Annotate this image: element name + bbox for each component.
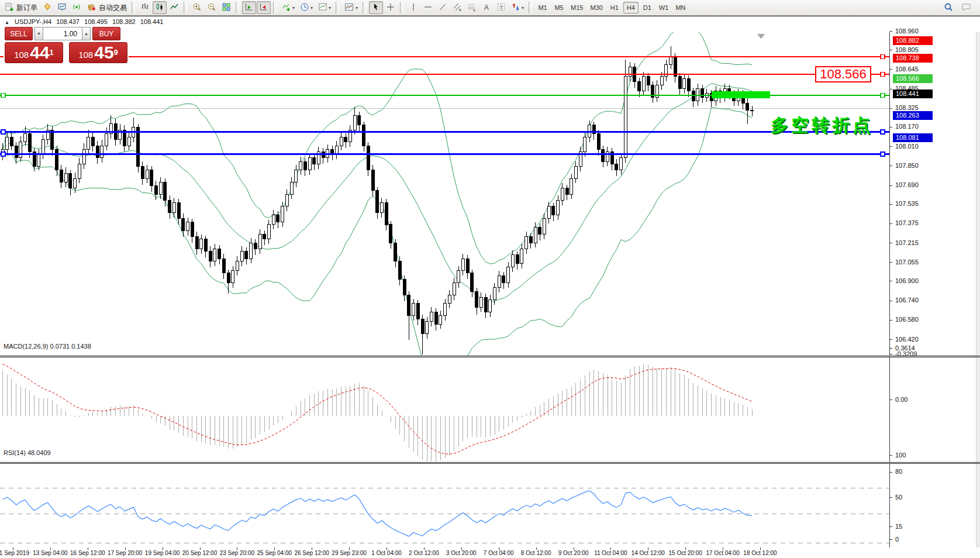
chart-shift-icon bbox=[259, 2, 268, 13]
chart-window[interactable] bbox=[0, 16, 980, 558]
scrollbar-strip[interactable] bbox=[976, 32, 980, 558]
sell-button[interactable]: SELL bbox=[5, 27, 33, 40]
vertical-line-icon bbox=[409, 2, 418, 13]
timeframe-button-MN[interactable]: MN bbox=[672, 2, 688, 13]
arrows-tool-button[interactable]: ▾ bbox=[509, 1, 526, 14]
volume-input[interactable] bbox=[43, 27, 82, 40]
price-badge-108.882: 108.882 bbox=[893, 36, 933, 45]
fibonacci-tool-button[interactable]: F bbox=[465, 1, 479, 14]
price-tick-label: 108.805 bbox=[895, 46, 919, 53]
autoscroll-button[interactable] bbox=[242, 1, 256, 14]
autotrading-label: 自动交易 bbox=[99, 3, 127, 13]
price-callout-box[interactable]: 108.566 bbox=[815, 66, 871, 82]
panel-separator[interactable] bbox=[0, 462, 980, 464]
timeframe-button-M5[interactable]: M5 bbox=[551, 2, 567, 13]
channel-icon: E bbox=[453, 2, 462, 13]
time-axis-label: 8 Oct 12:00 bbox=[521, 550, 551, 556]
time-axis-label: 11 Oct 04:00 bbox=[594, 550, 627, 556]
rsi-tick-label: 0 bbox=[895, 536, 899, 543]
main-price-chart[interactable] bbox=[0, 32, 889, 356]
timeframe-button-D1[interactable]: D1 bbox=[640, 2, 655, 13]
indicator-palette-button[interactable]: ▾ bbox=[342, 1, 360, 14]
volume-increase-button[interactable]: ▲ bbox=[82, 27, 91, 40]
axis-tick-mark bbox=[889, 166, 892, 166]
zoom-in-icon bbox=[192, 2, 202, 13]
time-axis[interactable]: 11 Sep 201913 Sep 04:0016 Sep 12:0017 Se… bbox=[0, 547, 980, 558]
time-axis-label: 18 Oct 12:00 bbox=[743, 550, 777, 556]
axis-tick-mark bbox=[889, 472, 892, 473]
time-axis-label: 19 Sep 04:00 bbox=[145, 550, 180, 556]
price-tick-label: 106.740 bbox=[895, 297, 919, 304]
volume-decrease-button[interactable]: ▼ bbox=[34, 27, 43, 40]
price-tick-label: 108.645 bbox=[895, 66, 919, 73]
price-tick-label: 107.535 bbox=[895, 200, 919, 207]
crosshair-icon bbox=[386, 2, 395, 13]
axis-tick-mark bbox=[889, 185, 892, 186]
horizontal-line-tool-button[interactable] bbox=[421, 1, 435, 14]
time-tick-mark bbox=[499, 547, 499, 550]
timeframe-button-M1[interactable]: M1 bbox=[535, 2, 550, 13]
candle-chart-mode-button[interactable] bbox=[153, 1, 167, 14]
buy-button[interactable]: BUY bbox=[92, 27, 120, 40]
search-button[interactable] bbox=[941, 1, 955, 14]
price-badge-108.263: 108.263 bbox=[893, 111, 933, 120]
autotrading-button[interactable]: 自动交易 bbox=[84, 1, 129, 14]
sell-price-display[interactable]: 108441 bbox=[5, 42, 63, 63]
timeframe-button-M30[interactable]: M30 bbox=[587, 2, 605, 13]
toolbar-separator bbox=[400, 2, 403, 13]
ohlc-high: 108.495 bbox=[84, 18, 108, 25]
price-tick-label: 106.420 bbox=[895, 336, 919, 343]
text-tool-button[interactable]: A bbox=[479, 1, 494, 14]
add-indicator-button[interactable]: ▾ bbox=[279, 1, 297, 14]
timeframe-button-W1[interactable]: W1 bbox=[656, 2, 672, 13]
price-axis-line bbox=[889, 32, 890, 558]
chat-button[interactable] bbox=[959, 1, 974, 14]
crosshair-tool-button[interactable] bbox=[384, 1, 398, 14]
svg-text:T: T bbox=[500, 4, 503, 10]
market-watch-button[interactable] bbox=[55, 1, 69, 14]
trendline-tool-button[interactable] bbox=[436, 1, 450, 14]
collapse-icon[interactable]: ▲ bbox=[5, 20, 9, 25]
time-tick-mark bbox=[274, 547, 275, 550]
cursor-tool-button[interactable] bbox=[369, 1, 383, 14]
zoom-out-icon bbox=[207, 2, 216, 13]
time-axis-label: 20 Sep 12:00 bbox=[182, 550, 218, 556]
zoom-out-button[interactable] bbox=[205, 1, 219, 14]
toolbar-separator bbox=[236, 2, 239, 13]
template-button[interactable]: ▾ bbox=[316, 1, 333, 14]
autotrading-icon bbox=[87, 2, 96, 13]
market-depth-button[interactable] bbox=[40, 1, 54, 14]
period-button[interactable]: ▾ bbox=[298, 1, 315, 14]
timeframe-button-H1[interactable]: H1 bbox=[607, 2, 622, 13]
tile-windows-icon bbox=[222, 2, 231, 13]
template-icon bbox=[318, 2, 327, 13]
channel-tool-button[interactable]: E bbox=[450, 1, 464, 14]
buy-price-display[interactable]: 108459 bbox=[69, 42, 127, 63]
pivot-annotation[interactable]: 多空转折点 bbox=[771, 113, 873, 137]
new-order-button[interactable]: 新订单 bbox=[2, 1, 40, 14]
line-chart-mode-button[interactable] bbox=[167, 1, 181, 14]
timeframe-button-H4[interactable]: H4 bbox=[623, 2, 639, 13]
indicator-palette-icon bbox=[344, 2, 354, 13]
panel-separator[interactable] bbox=[0, 356, 980, 357]
main-toolbar: 新订单 自动交易 ▾ ▾ ▾ ▾ E F A T ▾ M1M5M15M30H1H… bbox=[0, 0, 980, 16]
vertical-line-tool-button[interactable] bbox=[406, 1, 420, 14]
chat-icon bbox=[961, 2, 972, 13]
tile-windows-button[interactable] bbox=[219, 1, 233, 14]
timeframe-button-M15[interactable]: M15 bbox=[568, 2, 586, 13]
rsi-label: RSI(14) 48.0409 bbox=[4, 449, 51, 456]
axis-tick-mark bbox=[889, 127, 892, 128]
time-tick-mark bbox=[50, 547, 51, 550]
signal-button[interactable] bbox=[70, 1, 84, 14]
axis-tick-mark bbox=[889, 348, 892, 349]
macd-tick-label: -0.3209 bbox=[895, 350, 917, 357]
zoom-in-button[interactable] bbox=[190, 1, 204, 14]
label-tool-button[interactable]: T bbox=[494, 1, 508, 14]
time-tick-mark bbox=[723, 547, 723, 550]
buy-price-main: 45 bbox=[94, 44, 113, 61]
bar-chart-mode-button[interactable] bbox=[138, 1, 152, 14]
macd-panel[interactable] bbox=[0, 357, 889, 462]
rsi-panel[interactable] bbox=[0, 464, 889, 558]
chart-shift-button[interactable] bbox=[257, 1, 271, 14]
rsi-tick-label: 80 bbox=[895, 468, 902, 475]
